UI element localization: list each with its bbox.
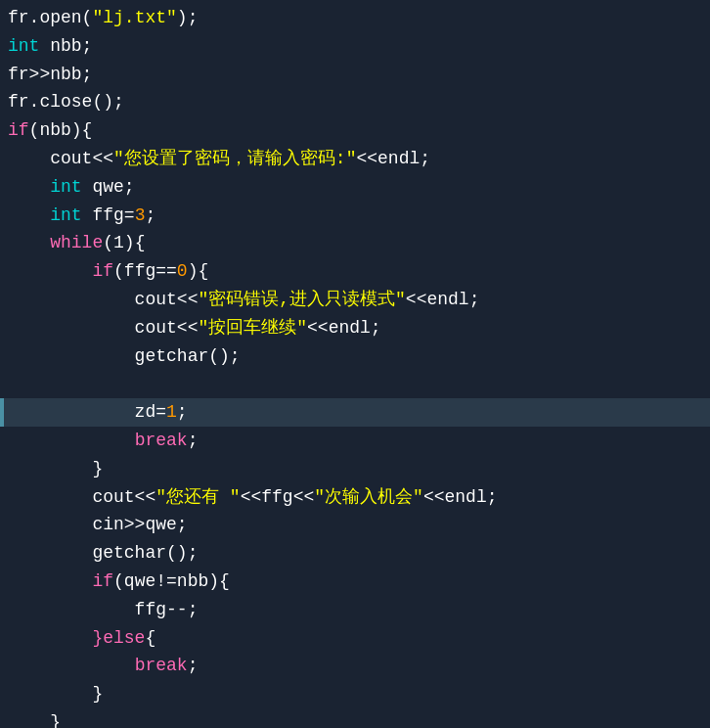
code-line: if(ffg==0){ <box>0 257 710 286</box>
code-line: ffg--; <box>0 596 710 624</box>
code-line: fr.close(); <box>0 88 710 116</box>
code-line: cout<<"您还有 "<<ffg<<"次输入机会"<<endl; <box>0 483 710 512</box>
code-line: cin>>qwe; <box>0 511 710 539</box>
code-line: getchar(); <box>0 342 710 371</box>
code-editor: fr.open("lj.txt");int nbb;fr>>nbb;fr.clo… <box>0 0 710 728</box>
code-line: } <box>0 680 710 708</box>
code-line: } <box>0 455 710 483</box>
code-line: fr.open("lj.txt"); <box>0 4 710 32</box>
code-line: cout<<"按回车继续"<<endl; <box>0 314 710 342</box>
code-line: int qwe; <box>0 173 710 202</box>
code-line: int ffg=3; <box>0 202 710 230</box>
code-line: break; <box>0 652 710 680</box>
code-line: int nbb; <box>0 32 710 61</box>
code-line: cout<<"密码错误,进入只读模式"<<endl; <box>0 286 710 314</box>
code-line: if(nbb){ <box>0 116 710 145</box>
code-line: while(1){ <box>0 229 710 257</box>
code-line: getchar(); <box>0 539 710 568</box>
code-line: cout<<"您设置了密码，请输入密码:"<<endl; <box>0 145 710 173</box>
code-line: fr>>nbb; <box>0 61 710 89</box>
line-indicator <box>0 398 4 427</box>
code-line: } <box>0 708 710 728</box>
code-line: if(qwe!=nbb){ <box>0 568 710 596</box>
code-line: break; <box>0 427 710 455</box>
code-line: zd=1; <box>0 398 710 427</box>
code-line: }else{ <box>0 624 710 653</box>
code-line <box>0 370 710 398</box>
